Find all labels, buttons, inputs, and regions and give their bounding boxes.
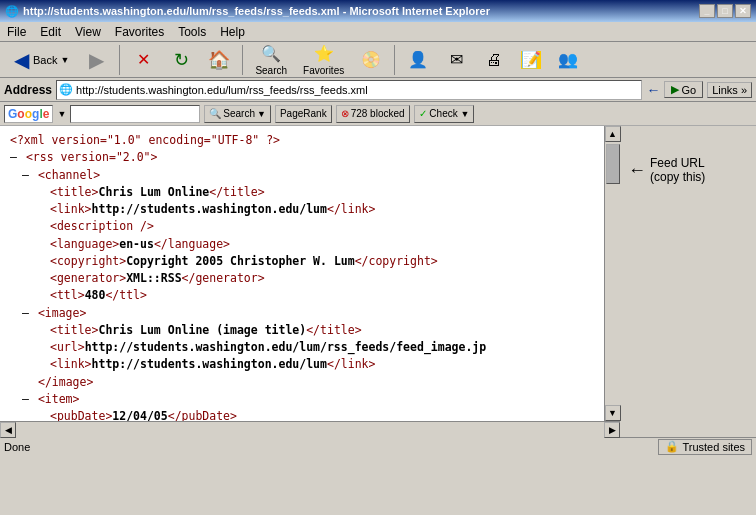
stop-icon: ✕ (132, 50, 154, 70)
address-input-wrapper[interactable]: 🌐 (56, 80, 642, 100)
links-button[interactable]: Links » (707, 82, 752, 98)
menu-file[interactable]: File (4, 24, 29, 40)
feed-url-line1: Feed URL (650, 156, 705, 170)
title-bar-controls: _ □ ✕ (699, 4, 751, 18)
menu-bar: File Edit View Favorites Tools Help (0, 22, 756, 42)
home-button[interactable]: 🏠 (202, 48, 236, 72)
collapse-rss-icon[interactable]: – (10, 150, 17, 164)
go-label: Go (681, 84, 696, 96)
messenger-icon: 👥 (557, 50, 579, 70)
status-text: Done (4, 441, 658, 453)
scroll-track[interactable] (605, 142, 621, 405)
collapse-channel-icon[interactable]: – (22, 168, 29, 182)
xml-line-10: <ttl>480</ttl> (10, 287, 594, 304)
feed-url-note: ← Feed URL (copy this) (628, 156, 756, 184)
scroll-right-button[interactable]: ▶ (604, 422, 620, 438)
status-bar: Done 🔒 Trusted sites (0, 437, 756, 455)
check-dropdown-icon[interactable]: ▼ (461, 109, 470, 119)
xml-display: <?xml version="1.0" encoding="UTF-8" ?> … (0, 126, 604, 421)
feed-annotation-area: ← Feed URL (copy this) (620, 126, 756, 421)
minimize-button[interactable]: _ (699, 4, 715, 18)
horizontal-scrollbar[interactable]: ◀ ▶ (0, 421, 620, 437)
xml-line-16: – <item> (10, 391, 594, 408)
back-dropdown-icon[interactable]: ▼ (60, 55, 69, 65)
check-button[interactable]: ✓ Check ▼ (414, 105, 475, 123)
h-scroll-track[interactable] (16, 422, 604, 438)
maximize-button[interactable]: □ (717, 4, 733, 18)
back-icon: ◀ (10, 50, 32, 70)
browser-window: 🌐 http://students.washington.edu/lum/rss… (0, 0, 756, 455)
toolbar-separator-1 (119, 45, 120, 75)
address-input[interactable] (76, 84, 639, 96)
content-area: <?xml version="1.0" encoding="UTF-8" ?> … (0, 126, 620, 421)
favorites-icon: ⭐ (313, 44, 335, 64)
stop-button[interactable]: ✕ (126, 48, 160, 72)
pagerank-button[interactable]: PageRank (275, 105, 332, 123)
xml-line-4: <title>Chris Lum Online</title> (10, 184, 594, 201)
check-label: Check (429, 108, 457, 119)
feed-url-arrow: ← (628, 160, 646, 181)
menu-edit[interactable]: Edit (37, 24, 64, 40)
menu-tools[interactable]: Tools (175, 24, 209, 40)
home-icon: 🏠 (208, 50, 230, 70)
scroll-down-button[interactable]: ▼ (605, 405, 621, 421)
xml-line-1: <?xml version="1.0" encoding="UTF-8" ?> (10, 132, 594, 149)
google-logo: Google (4, 105, 53, 123)
favorites-button[interactable]: ⭐ Favorites (297, 42, 350, 78)
trusted-sites-label: Trusted sites (682, 441, 745, 453)
refresh-button[interactable]: ↻ (164, 48, 198, 72)
media-icon: 📀 (360, 50, 382, 70)
mail-button[interactable]: ✉ (439, 48, 473, 72)
forward-button[interactable]: ▶ (79, 48, 113, 72)
title-bar: 🌐 http://students.washington.edu/lum/rss… (0, 0, 756, 22)
messenger-button[interactable]: 👥 (551, 48, 585, 72)
xml-line-9: <generator>XML::RSS</generator> (10, 270, 594, 287)
title-bar-left: 🌐 http://students.washington.edu/lum/rss… (5, 5, 490, 18)
blocked-button[interactable]: ⊗ 728 blocked (336, 105, 410, 123)
google-search-button[interactable]: 🔍 Search ▼ (204, 105, 271, 123)
edit-icon: 📝 (521, 51, 541, 69)
collapse-item-icon[interactable]: – (22, 392, 29, 406)
search-icon: 🔍 (260, 44, 282, 64)
google-dropdown-arrow[interactable]: ▼ (57, 109, 66, 119)
xml-line-3: – <channel> (10, 167, 594, 184)
window-title: http://students.washington.edu/lum/rss_f… (23, 5, 490, 17)
google-search-input[interactable] (70, 105, 200, 123)
go-button[interactable]: ▶ Go (664, 81, 703, 98)
edit-button[interactable]: 📝 (515, 49, 547, 71)
xml-line-14: <link>http://students.washington.edu/lum… (10, 356, 594, 373)
forward-icon: ▶ (85, 50, 107, 70)
scroll-thumb[interactable] (606, 144, 620, 184)
person-icon: 👤 (407, 50, 429, 70)
xml-line-8: <copyright>Copyright 2005 Christopher W.… (10, 253, 594, 270)
mail-icon: ✉ (445, 50, 467, 70)
menu-view[interactable]: View (72, 24, 104, 40)
scroll-up-button[interactable]: ▲ (605, 126, 621, 142)
close-button[interactable]: ✕ (735, 4, 751, 18)
history-button[interactable]: 👤 (401, 48, 435, 72)
browser-icon: 🌐 (5, 5, 19, 18)
back-label: Back (33, 54, 57, 66)
vertical-scrollbar[interactable]: ▲ ▼ (604, 126, 620, 421)
menu-favorites[interactable]: Favorites (112, 24, 167, 40)
collapse-image-icon[interactable]: – (22, 306, 29, 320)
print-button[interactable]: 🖨 (477, 48, 511, 72)
menu-help[interactable]: Help (217, 24, 248, 40)
google-search-dropdown[interactable]: ▼ (257, 109, 266, 119)
xml-line-11: – <image> (10, 305, 594, 322)
blocked-count: 728 blocked (351, 108, 405, 119)
toolbar-separator-3 (394, 45, 395, 75)
check-icon: ✓ (419, 108, 427, 119)
scroll-left-button[interactable]: ◀ (0, 422, 16, 438)
address-bar: Address 🌐 ← ▶ Go Links » (0, 78, 756, 102)
back-button[interactable]: ◀ Back ▼ (4, 48, 75, 72)
xml-line-17: <pubDate>12/04/05</pubDate> (10, 408, 594, 421)
lock-icon: 🔒 (665, 440, 679, 453)
search-button[interactable]: 🔍 Search (249, 42, 293, 78)
print-icon: 🖨 (483, 50, 505, 70)
media-button[interactable]: 📀 (354, 48, 388, 72)
feed-url-line2: (copy this) (650, 170, 705, 184)
address-arrow-icon: ← (646, 82, 660, 98)
search-label: Search (255, 65, 287, 76)
address-label: Address (4, 83, 52, 97)
